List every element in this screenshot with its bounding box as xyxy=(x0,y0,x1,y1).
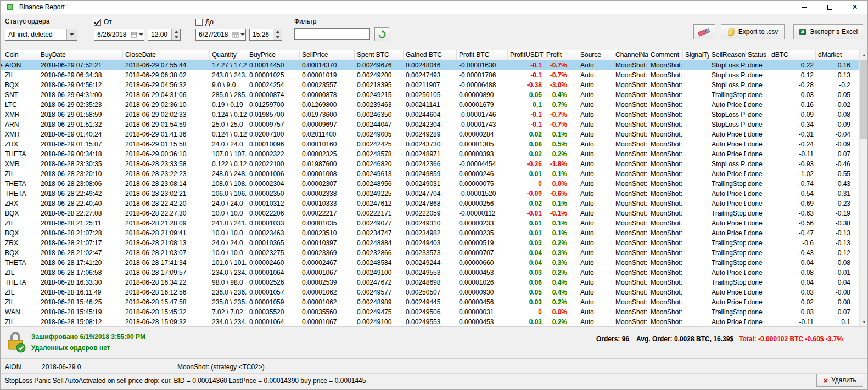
cell-spent-btc: 0.00248989 xyxy=(355,297,404,307)
table-row[interactable]: ZIL2018-06-28 17:06:582018-06-28 17:09:5… xyxy=(1,268,859,278)
table-row[interactable]: ZIL2018-06-28 15:46:252018-06-28 15:47:5… xyxy=(1,297,859,307)
column-header-spent-btc[interactable]: Spent BTC xyxy=(355,50,404,60)
cell-source: Auto xyxy=(578,317,613,326)
column-header-dmarket[interactable]: dMarket xyxy=(816,50,859,60)
table-row[interactable]: ZIL2018-06-28 21:25:112018-06-28 21:28:0… xyxy=(1,218,859,228)
cell-status: done xyxy=(746,218,769,228)
column-header-sellreason[interactable]: SellReason xyxy=(709,50,746,60)
cell-profitusdt: -0.1 xyxy=(508,70,544,80)
cell-closedate: 2018-06-28 21:28:09 xyxy=(123,218,210,228)
table-row[interactable]: BQX2018-06-28 22:27:082018-06-28 22:27:3… xyxy=(1,208,859,218)
export-excel-button[interactable]: Экспорт в Excel xyxy=(793,24,863,39)
table-row[interactable]: AION2018-06-29 07:52:212018-06-29 07:55:… xyxy=(1,60,859,70)
table-row[interactable]: THETA2018-06-29 00:34:182018-06-29 00:36… xyxy=(1,149,859,159)
minimize-button[interactable] xyxy=(792,1,817,14)
cell-status: done xyxy=(746,189,769,199)
table-row[interactable]: ARN2018-06-29 01:51:322018-06-29 01:54:5… xyxy=(1,120,859,129)
table-row[interactable]: XMR2018-06-28 23:30:352018-06-28 23:33:5… xyxy=(1,159,859,169)
table-row[interactable]: XMR2018-06-29 01:40:242018-06-29 01:41:3… xyxy=(1,129,859,139)
table-row[interactable]: ZIL2018-06-28 15:08:122018-06-28 15:09:3… xyxy=(1,317,859,326)
time-spinner[interactable] xyxy=(273,29,282,40)
table-row[interactable]: THETA2018-06-28 17:41:202018-06-28 17:41… xyxy=(1,258,859,268)
cell-signaltyp xyxy=(683,287,709,297)
to-date-dropdown[interactable] xyxy=(231,29,245,40)
vertical-scrollbar[interactable] xyxy=(859,50,868,326)
maximize-button[interactable] xyxy=(817,1,842,14)
column-header-coin[interactable]: Coin xyxy=(3,50,38,60)
from-date-dropdown[interactable] xyxy=(130,29,144,40)
scrollbar-thumb[interactable] xyxy=(860,60,868,139)
cell-sellreason: Auto Price Dr xyxy=(709,169,746,179)
table-row[interactable]: BQX2018-06-29 04:56:122018-06-29 04:56:3… xyxy=(1,80,859,90)
column-header-profitusdt[interactable]: ProfitUSDT xyxy=(508,50,544,60)
from-checkbox[interactable]: От xyxy=(94,18,112,26)
column-header-buyprice[interactable]: BuyPrice xyxy=(247,50,300,60)
table-row[interactable]: ZRX2018-06-28 21:07:172018-06-28 21:08:1… xyxy=(1,238,859,248)
cell-sellprice: 0.00010160 xyxy=(300,139,355,149)
column-header-source[interactable]: Source xyxy=(578,50,613,60)
column-header-quantity[interactable]: Quantity xyxy=(210,50,247,60)
table-row[interactable]: THETA2018-06-28 23:08:062018-06-28 23:08… xyxy=(1,179,859,189)
cell-source: Auto xyxy=(578,149,613,159)
table-row[interactable]: ZRX2018-06-29 01:15:072018-06-29 01:15:5… xyxy=(1,139,859,149)
cell-coin: ZIL xyxy=(3,218,38,228)
to-checkbox[interactable]: До xyxy=(195,18,214,26)
table-row[interactable]: BQX2018-06-28 21:07:282018-06-28 21:09:4… xyxy=(1,228,859,238)
cell-quantity: 234.0 \ 234.0 xyxy=(210,317,247,326)
time-spinner[interactable] xyxy=(171,29,180,40)
column-header-signaltyp[interactable]: SignalTyp xyxy=(683,50,709,60)
from-time-input[interactable]: 12:00 xyxy=(148,29,181,41)
filter-input[interactable] xyxy=(294,28,370,40)
table-row[interactable]: BQX2018-06-28 21:02:472018-06-28 21:03:0… xyxy=(1,248,859,258)
column-header-gained-btc[interactable]: Gained BTC xyxy=(404,50,457,60)
close-button[interactable]: × xyxy=(842,1,867,14)
chevron-down-icon[interactable] xyxy=(66,29,77,40)
refresh-button[interactable] xyxy=(374,27,389,41)
clear-filter-button[interactable] xyxy=(693,24,715,39)
column-header-comment[interactable]: Comment xyxy=(648,50,683,60)
cell-signaltyp xyxy=(683,317,709,326)
cell-status: done xyxy=(746,317,769,326)
column-header-closedate[interactable]: CloseDate xyxy=(123,50,210,60)
cell-profitusdt: 0.05 xyxy=(508,90,544,100)
table-row[interactable]: ZIL2018-06-28 23:20:102018-06-28 23:22:2… xyxy=(1,169,859,179)
table-row[interactable]: THETA2018-06-28 22:49:422018-06-28 23:02… xyxy=(1,189,859,199)
column-header-profit-btc[interactable]: Profit BTC xyxy=(457,50,508,60)
table-header: CoinBuyDateCloseDateQuantityBuyPriceSell… xyxy=(1,50,859,60)
table-row[interactable]: ZIL2018-06-28 16:11:492018-06-28 16:12:5… xyxy=(1,287,859,297)
delete-button[interactable]: × Удалить xyxy=(816,374,863,387)
cell-coin: ZIL xyxy=(3,287,38,297)
from-date-picker[interactable]: 6/26/2018 xyxy=(94,29,144,41)
column-header-dbtc[interactable]: dBTC xyxy=(769,50,816,60)
cell-gained-btc: 0.00244604 xyxy=(404,110,457,120)
column-header-sellprice[interactable]: SellPrice xyxy=(300,50,355,60)
column-header-channelname[interactable]: ChannelName xyxy=(613,50,648,60)
to-time-input[interactable]: 15:26 xyxy=(249,29,282,41)
cell-channelname: MoonShot: (s xyxy=(613,258,648,268)
column-header-profit[interactable]: Profit xyxy=(544,50,578,60)
cell-gained-btc: 0.00243730 xyxy=(404,139,457,149)
table-row[interactable]: ZRX2018-06-28 22:40:402018-06-28 22:42:2… xyxy=(1,199,859,208)
cell-profit-btc: 0.00000031 xyxy=(457,307,508,317)
table-row[interactable]: SNT2018-06-29 04:31:002018-06-29 04:31:0… xyxy=(1,90,859,100)
table-row[interactable]: WAN2018-06-28 15:45:192018-06-28 15:45:3… xyxy=(1,307,859,317)
scroll-down-icon[interactable] xyxy=(860,317,868,326)
row-strip xyxy=(1,297,3,307)
cell-signaltyp xyxy=(683,238,709,248)
cell-quantity: 241.0 \ 241.0 xyxy=(210,218,247,228)
column-header-buydate[interactable]: BuyDate xyxy=(38,50,123,60)
column-header-status[interactable]: Status xyxy=(746,50,769,60)
orders-table: CoinBuyDateCloseDateQuantityBuyPriceSell… xyxy=(1,50,868,326)
order-status-select[interactable]: All incl. deleted xyxy=(5,29,77,41)
to-label: До xyxy=(205,18,214,26)
table-row[interactable]: XMR2018-06-29 01:58:592018-06-29 02:02:3… xyxy=(1,110,859,120)
cell-profit: 0.1% xyxy=(544,228,578,238)
cell-closedate: 2018-06-28 21:03:07 xyxy=(123,248,210,258)
table-row[interactable]: ZIL2018-06-29 06:34:382018-06-29 06:38:0… xyxy=(1,70,859,80)
scroll-up-icon[interactable] xyxy=(860,50,868,60)
cell-source: Auto xyxy=(578,169,613,179)
table-row[interactable]: LTC2018-06-29 02:35:232018-06-29 02:36:1… xyxy=(1,100,859,110)
table-row[interactable]: THETA2018-06-28 16:33:302018-06-28 16:34… xyxy=(1,278,859,287)
export-csv-button[interactable]: Export to .csv xyxy=(721,24,785,39)
to-date-picker[interactable]: 6/27/2018 xyxy=(195,29,246,41)
